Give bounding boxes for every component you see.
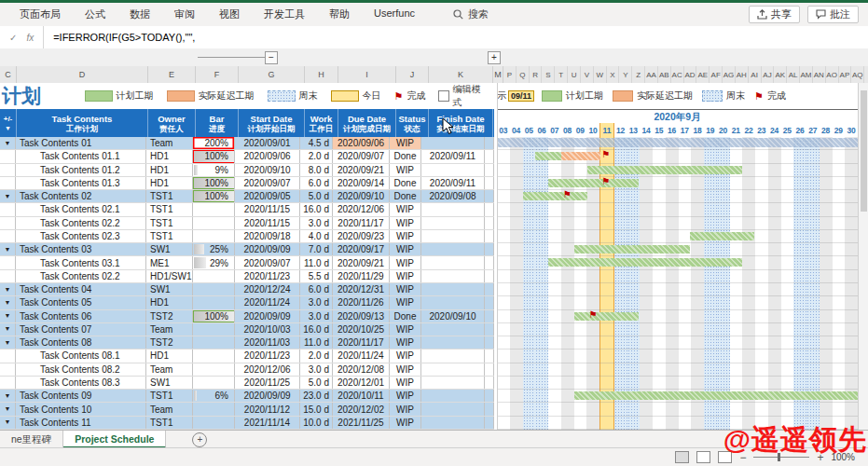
table-row[interactable]: ▼Task Contents 10Team2020/11/1215.0 d202…	[0, 403, 494, 416]
row-collapse-toggle[interactable]: ▼	[0, 296, 16, 308]
table-row[interactable]: ▼Task Contents 07Team2020/10/0316.0 d202…	[0, 323, 494, 336]
start-date-cell[interactable]: 2020/09/10	[235, 164, 300, 176]
table-row[interactable]: ▼Task Contents 04SW12020/12/246.0 d2020/…	[0, 283, 494, 296]
status-cell[interactable]: WIP	[390, 417, 421, 429]
task-name-cell[interactable]: Task Contents 08	[16, 336, 146, 349]
column-letter-AF[interactable]: AF	[710, 66, 723, 83]
finish-date-cell[interactable]	[421, 296, 485, 308]
task-name-cell[interactable]: Task Contents 01.3	[16, 177, 146, 189]
fx-icon[interactable]: fx	[26, 33, 34, 43]
status-cell[interactable]: WIP	[390, 390, 421, 402]
collapse-group-button[interactable]: −	[265, 51, 278, 64]
start-date-cell[interactable]: 2020/11/15	[235, 217, 300, 229]
task-name-cell[interactable]: Task Contents 01.2	[16, 164, 146, 176]
table-row[interactable]: Task Contents 08.1HD12020/11/232.0 d2020…	[0, 350, 494, 363]
table-row[interactable]: ▼Task Contents 01Team200%2020/09/014.5 d…	[0, 137, 494, 150]
progress-bar-cell[interactable]: 100%	[193, 150, 235, 162]
owner-cell[interactable]: Team	[146, 403, 193, 415]
row-collapse-toggle[interactable]: ▼	[0, 283, 16, 295]
column-letter-AK[interactable]: AK	[774, 66, 787, 83]
vertical-scrollbar[interactable]	[858, 83, 868, 430]
finish-date-cell[interactable]	[421, 243, 485, 255]
progress-bar-cell[interactable]	[193, 283, 235, 295]
finish-date-cell[interactable]	[421, 270, 485, 282]
owner-cell[interactable]: Team	[146, 323, 193, 336]
owner-cell[interactable]: HD1/SW1	[146, 270, 193, 282]
owner-cell[interactable]: HD1	[146, 350, 193, 362]
finish-date-cell[interactable]: 2020/09/11	[421, 177, 485, 189]
column-letter-M[interactable]: M	[493, 66, 503, 83]
column-letter-P[interactable]: P	[503, 66, 517, 83]
owner-cell[interactable]: TST1	[146, 190, 193, 202]
work-days-cell[interactable]: 23.0 d	[300, 390, 333, 402]
column-letter-AE[interactable]: AE	[696, 66, 710, 83]
owner-cell[interactable]: HD1	[146, 150, 193, 162]
column-letter-AQ[interactable]: AQ	[851, 66, 864, 83]
work-days-cell[interactable]: 7.0 d	[300, 243, 333, 255]
progress-bar-cell[interactable]: 100%	[193, 177, 235, 189]
owner-cell[interactable]: HD1	[146, 164, 193, 176]
owner-cell[interactable]: SW1	[146, 243, 193, 255]
ribbon-tab-数据[interactable]: 数据	[117, 7, 162, 21]
enter-icon[interactable]: ✓	[9, 33, 17, 43]
due-date-cell[interactable]: 2020/12/06	[333, 203, 390, 215]
start-date-cell[interactable]: 2020/09/07	[235, 256, 300, 268]
start-date-cell[interactable]: 2020/11/23	[235, 350, 300, 362]
edit-mode-checkbox[interactable]: 编辑模式	[438, 83, 494, 109]
progress-bar-cell[interactable]	[193, 417, 235, 429]
start-date-cell[interactable]: 2020/11/23	[235, 270, 300, 282]
column-letter-Z[interactable]: Z	[632, 66, 645, 83]
status-cell[interactable]: Done	[390, 150, 421, 162]
status-cell[interactable]: WIP	[390, 137, 421, 149]
owner-cell[interactable]: Team	[146, 363, 193, 376]
start-date-cell[interactable]: 2020/11/15	[235, 203, 300, 215]
work-days-cell[interactable]: 4.0 d	[300, 230, 333, 242]
work-days-cell[interactable]: 2.0 d	[300, 150, 333, 162]
finish-date-cell[interactable]	[421, 363, 485, 376]
task-name-cell[interactable]: Task Contents 08.3	[16, 377, 146, 389]
work-days-cell[interactable]: 3.0 d	[300, 310, 333, 322]
work-days-cell[interactable]: 3.0 d	[300, 296, 333, 308]
task-name-cell[interactable]: Task Contents 03	[16, 243, 146, 255]
owner-cell[interactable]: TST2	[146, 310, 193, 322]
due-date-cell[interactable]: 2020/12/31	[333, 283, 390, 295]
progress-bar-cell[interactable]: 25%	[193, 243, 235, 255]
progress-bar-cell[interactable]	[193, 350, 235, 362]
start-date-cell[interactable]: 2020/11/24	[235, 296, 300, 308]
task-name-cell[interactable]: Task Contents 01	[16, 137, 146, 149]
progress-bar-cell[interactable]	[193, 336, 235, 349]
progress-bar-cell[interactable]	[193, 296, 235, 308]
start-date-cell[interactable]: 2020/09/01	[235, 137, 300, 149]
table-row[interactable]: Task Contents 03.1ME129%2020/09/0711.0 d…	[0, 256, 494, 269]
work-days-cell[interactable]: 8.0 d	[300, 164, 333, 176]
due-date-cell[interactable]: 2021/11/25	[333, 417, 390, 429]
task-name-cell[interactable]: Task Contents 02	[16, 190, 146, 202]
column-letter-AB[interactable]: AB	[658, 66, 671, 83]
finish-date-cell[interactable]	[421, 336, 485, 349]
progress-bar-cell[interactable]: 200%	[193, 137, 235, 149]
column-letter-V[interactable]: V	[581, 66, 594, 83]
finish-date-cell[interactable]	[421, 377, 485, 389]
owner-cell[interactable]: Team	[146, 137, 193, 149]
table-row[interactable]: ▼Task Contents 06TST2100%2020/09/093.0 d…	[0, 310, 494, 323]
status-cell[interactable]: WIP	[390, 283, 421, 295]
due-date-cell[interactable]: 2020/10/25	[333, 323, 390, 336]
table-row[interactable]: Task Contents 02.2TST12020/11/153.0 d202…	[0, 217, 494, 230]
start-date-cell[interactable]: 2020/10/03	[235, 323, 300, 336]
row-collapse-toggle[interactable]: ▼	[0, 336, 16, 349]
owner-cell[interactable]: TST1	[146, 203, 193, 215]
work-days-cell[interactable]: 4.5 d	[300, 137, 333, 149]
start-date-cell[interactable]: 2020/11/25	[235, 377, 300, 389]
comments-button[interactable]: 批注	[807, 6, 859, 23]
owner-cell[interactable]: HD1	[146, 296, 193, 308]
start-date-cell[interactable]: 2020/12/06	[235, 363, 300, 376]
due-date-cell[interactable]: 2020/09/17	[333, 243, 390, 255]
table-row[interactable]: ▼Task Contents 09TST16%2020/09/0923.0 d2…	[0, 390, 494, 403]
owner-cell[interactable]: ME1	[146, 256, 193, 268]
status-cell[interactable]: WIP	[390, 403, 421, 415]
row-collapse-toggle[interactable]: ▼	[0, 190, 16, 202]
task-name-cell[interactable]: Task Contents 08.2	[16, 363, 146, 376]
ribbon-tab-帮助[interactable]: 帮助	[317, 7, 362, 21]
start-date-cell[interactable]: 2021/11/14	[235, 417, 300, 429]
finish-date-cell[interactable]	[421, 230, 485, 242]
